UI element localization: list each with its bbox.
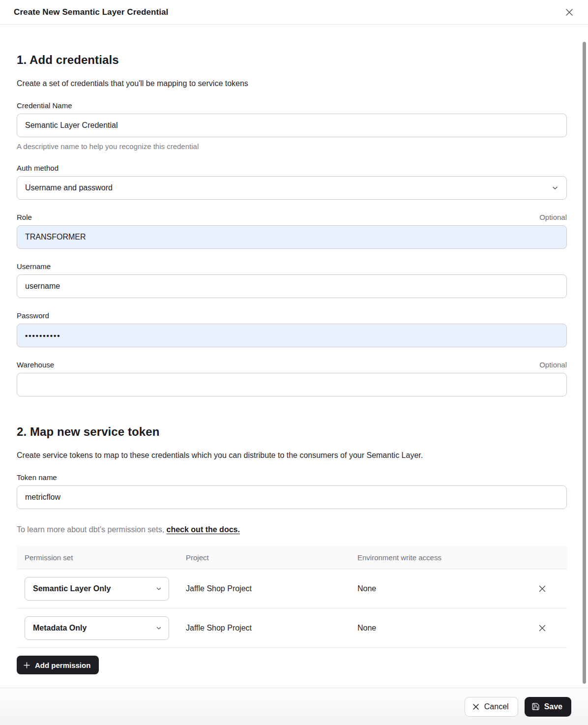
save-icon — [531, 702, 540, 711]
close-button[interactable] — [562, 5, 576, 19]
section2-heading: 2. Map new service token — [17, 425, 567, 439]
permissions-table-header: Permission set Project Environment write… — [17, 546, 567, 569]
remove-row-button[interactable] — [535, 582, 549, 596]
role-optional-tag: Optional — [539, 213, 567, 221]
warehouse-input[interactable] — [17, 373, 567, 396]
docs-line: To learn more about dbt's permission set… — [17, 525, 567, 534]
permission-set-select[interactable]: Semantic Layer Only — [25, 577, 169, 601]
chevron-down-icon — [156, 625, 162, 631]
permissions-table: Permission set Project Environment write… — [17, 546, 567, 648]
modal-title: Create New Semantic Layer Credential — [14, 7, 168, 17]
section1-heading: 1. Add credentials — [17, 53, 567, 67]
remove-row-icon — [538, 584, 547, 593]
env-write-access-cell: None — [357, 584, 535, 593]
chevron-down-icon — [552, 184, 559, 191]
auth-method-select[interactable]: Username and password — [17, 176, 567, 200]
warehouse-optional-tag: Optional — [539, 361, 567, 369]
auth-method-label: Auth method — [17, 164, 59, 172]
plus-icon — [23, 662, 30, 669]
permission-set-select[interactable]: Metadata Only — [25, 616, 169, 640]
remove-row-icon — [538, 624, 547, 633]
remove-row-button[interactable] — [535, 621, 549, 635]
docs-link[interactable]: check out the docs. — [167, 525, 240, 534]
token-name-input[interactable] — [17, 485, 567, 509]
section2-subtitle: Create service tokens to map to these cr… — [17, 451, 567, 460]
password-label: Password — [17, 311, 49, 320]
password-input[interactable] — [17, 324, 567, 347]
cancel-button[interactable]: Cancel — [465, 697, 518, 717]
modal-body: 1. Add credentials Create a set of crede… — [0, 25, 588, 688]
column-header-env-write-access: Environment write access — [357, 553, 535, 562]
column-header-project: Project — [186, 553, 357, 562]
env-write-access-cell: None — [357, 624, 535, 633]
permission-set-value: Semantic Layer Only — [33, 584, 111, 593]
vertical-scrollbar[interactable] — [583, 42, 586, 684]
modal-footer: Cancel Save — [0, 688, 588, 725]
username-label: Username — [17, 262, 51, 271]
project-cell: Jaffle Shop Project — [186, 584, 357, 593]
column-header-permission-set: Permission set — [17, 553, 186, 562]
credential-name-input[interactable] — [17, 114, 567, 137]
close-icon — [564, 7, 574, 17]
cancel-x-icon — [472, 703, 480, 711]
table-row: Semantic Layer Only Jaffle Shop Project … — [17, 569, 567, 608]
project-cell: Jaffle Shop Project — [186, 624, 357, 633]
role-label: Role — [17, 213, 32, 221]
add-permission-button[interactable]: Add permission — [17, 656, 99, 674]
table-row: Metadata Only Jaffle Shop Project None — [17, 608, 567, 647]
permission-set-value: Metadata Only — [33, 624, 87, 633]
save-label: Save — [544, 702, 562, 711]
chevron-down-icon — [156, 586, 162, 592]
add-permission-label: Add permission — [35, 661, 90, 669]
docs-text: To learn more about dbt's permission set… — [17, 525, 167, 534]
section1-subtitle: Create a set of credentials that you'll … — [17, 79, 567, 88]
role-input[interactable] — [17, 225, 567, 249]
modal-header: Create New Semantic Layer Credential — [0, 0, 588, 25]
cancel-label: Cancel — [484, 702, 509, 711]
username-input[interactable] — [17, 274, 567, 298]
token-name-label: Token name — [17, 473, 57, 482]
credential-name-helper: A descriptive name to help you recognize… — [17, 142, 567, 151]
warehouse-label: Warehouse — [17, 361, 54, 369]
credential-name-label: Credential Name — [17, 101, 72, 110]
save-button[interactable]: Save — [525, 697, 571, 717]
auth-method-value: Username and password — [25, 183, 113, 192]
